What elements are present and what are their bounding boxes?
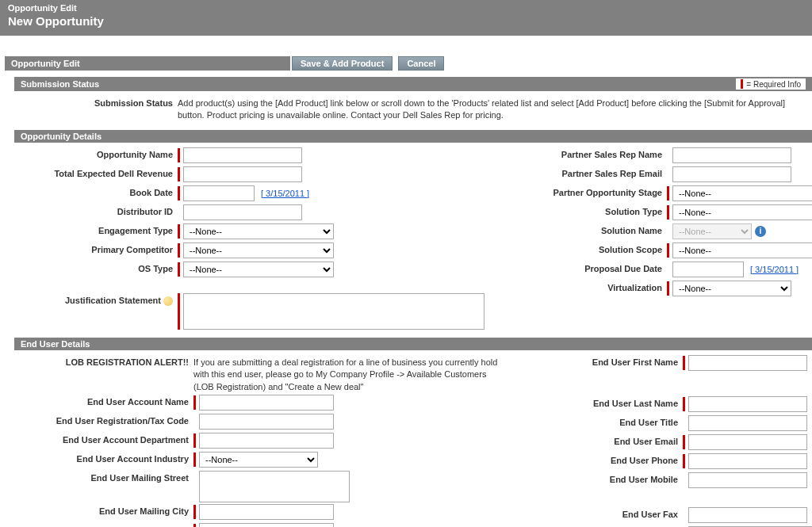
partner-rep-name-label: Partner Sales Rep Name bbox=[508, 147, 667, 159]
os-type-label: OS Type bbox=[19, 262, 178, 273]
solution-type-label: Solution Type bbox=[508, 204, 667, 216]
virtualization-label: Virtualization bbox=[508, 281, 667, 292]
mailing-street-label: End User Mailing Street bbox=[19, 471, 193, 483]
reg-tax-label: End User Registration/Tax Code bbox=[19, 414, 193, 426]
partner-rep-email-label: Partner Sales Rep Email bbox=[508, 166, 667, 178]
justification-textarea[interactable] bbox=[183, 293, 485, 330]
section-submission-title: Submission Status bbox=[21, 79, 99, 89]
enduser-left-col: LOB REGISTRATION ALERT!! If you are subm… bbox=[19, 353, 500, 527]
distributor-id-input[interactable] bbox=[183, 204, 302, 220]
email-label: End User Email bbox=[524, 434, 683, 446]
page-title: New Opportunity bbox=[8, 14, 804, 28]
page-header: Opportunity Edit New Opportunity bbox=[0, 0, 812, 36]
opportunity-name-input[interactable] bbox=[183, 147, 302, 163]
mailing-state-label: End User Mailing State/Province/Region bbox=[19, 523, 193, 527]
mailing-state-input[interactable] bbox=[199, 523, 334, 527]
solution-name-select: --None-- bbox=[672, 223, 752, 239]
partner-stage-label: Partner Opportunity Stage bbox=[508, 185, 667, 197]
proposal-due-hint[interactable]: [ 3/15/2011 ] bbox=[750, 265, 799, 274]
solution-scope-label: Solution Scope bbox=[508, 242, 667, 254]
first-name-label: End User First Name bbox=[524, 355, 683, 367]
submission-status-label: Submission Status bbox=[19, 96, 178, 108]
email-input[interactable] bbox=[688, 434, 807, 450]
last-name-input[interactable] bbox=[688, 396, 807, 412]
submission-body: Submission Status Add product(s) using t… bbox=[14, 91, 812, 127]
action-bar-title: Opportunity Edit bbox=[5, 56, 290, 71]
fax-input[interactable] bbox=[688, 507, 807, 523]
required-bar-icon bbox=[741, 79, 743, 89]
total-expected-label: Total Expected Dell Revenue bbox=[19, 166, 178, 178]
help-icon[interactable] bbox=[163, 296, 173, 306]
last-name-label: End User Last Name bbox=[524, 396, 683, 408]
lob-alert-label: LOB REGISTRATION ALERT!! bbox=[19, 355, 193, 367]
virtualization-select[interactable]: --None-- bbox=[672, 281, 791, 296]
engagement-type-select[interactable]: --None-- bbox=[183, 223, 334, 239]
cancel-button[interactable]: Cancel bbox=[398, 56, 444, 71]
solution-scope-select[interactable]: --None-- bbox=[672, 242, 812, 258]
section-enduser-title: End User Details bbox=[21, 339, 90, 349]
save-add-product-button[interactable]: Save & Add Product bbox=[292, 56, 393, 71]
account-name-label: End User Account Name bbox=[19, 395, 193, 407]
enduser-title-input[interactable] bbox=[688, 415, 807, 431]
primary-competitor-select[interactable]: --None-- bbox=[183, 242, 334, 258]
first-name-input[interactable] bbox=[688, 355, 807, 371]
phone-label: End User Phone bbox=[524, 453, 683, 465]
reg-tax-input[interactable] bbox=[199, 414, 334, 430]
enduser-title-label: End User Title bbox=[524, 415, 683, 427]
section-end-user-details: End User Details bbox=[14, 338, 812, 350]
opportunity-body: Opportunity Name Total Expected Dell Rev… bbox=[14, 143, 812, 334]
section-submission-status: Submission Status = Required Info bbox=[14, 77, 812, 91]
lob-alert-text: If you are submitting a deal registratio… bbox=[193, 355, 500, 393]
mailing-city-label: End User Mailing City bbox=[19, 504, 193, 516]
mailing-city-input[interactable] bbox=[199, 504, 334, 520]
book-date-label: Book Date bbox=[19, 185, 178, 197]
section-opportunity-details: Opportunity Details bbox=[14, 130, 812, 143]
account-name-input[interactable] bbox=[199, 395, 334, 411]
fax-label: End User Fax bbox=[524, 507, 683, 519]
account-dept-label: End User Account Department bbox=[19, 433, 193, 445]
opportunity-name-label: Opportunity Name bbox=[19, 147, 178, 159]
os-type-select[interactable]: --None-- bbox=[183, 262, 334, 277]
section-opportunity-title: Opportunity Details bbox=[21, 132, 102, 141]
required-legend: = Required Info bbox=[736, 78, 806, 90]
enduser-body: LOB REGISTRATION ALERT!! If you are subm… bbox=[14, 350, 812, 527]
info-icon[interactable]: i bbox=[755, 226, 766, 237]
opportunity-right-col: Partner Sales Rep Name Partner Sales Rep… bbox=[508, 146, 812, 331]
account-industry-label: End User Account Industry bbox=[19, 452, 193, 464]
mobile-label: End User Mobile bbox=[524, 472, 683, 484]
solution-name-label: Solution Name bbox=[508, 223, 667, 235]
page-subtitle: Opportunity Edit bbox=[8, 3, 804, 13]
total-expected-input[interactable] bbox=[183, 166, 302, 182]
book-date-hint[interactable]: [ 3/15/2011 ] bbox=[261, 189, 309, 198]
primary-competitor-label: Primary Competitor bbox=[19, 242, 178, 254]
required-legend-text: = Required Info bbox=[746, 80, 801, 89]
account-industry-select[interactable]: --None-- bbox=[199, 452, 318, 468]
account-dept-input[interactable] bbox=[199, 433, 334, 449]
proposal-due-label: Proposal Due Date bbox=[508, 262, 667, 273]
mailing-street-textarea[interactable] bbox=[199, 471, 350, 502]
opportunity-left-col: Opportunity Name Total Expected Dell Rev… bbox=[19, 146, 485, 331]
solution-type-select[interactable]: --None-- bbox=[672, 204, 812, 220]
enduser-right-col: End User First Name End User Last Name E… bbox=[524, 353, 812, 527]
action-bar: Opportunity Edit Save & Add Product Canc… bbox=[0, 53, 812, 74]
proposal-due-input[interactable] bbox=[672, 262, 744, 277]
distributor-id-label: Distributor ID bbox=[19, 204, 178, 216]
partner-stage-select[interactable]: --None-- bbox=[672, 185, 812, 201]
engagement-type-label: Engagement Type bbox=[19, 223, 178, 235]
justification-label: Justification Statement bbox=[19, 293, 178, 306]
mobile-input[interactable] bbox=[688, 472, 807, 488]
phone-input[interactable] bbox=[688, 453, 807, 469]
partner-rep-email-input[interactable] bbox=[672, 166, 791, 182]
partner-rep-name-input[interactable] bbox=[672, 147, 791, 163]
submission-status-text: Add product(s) using the [Add Product] l… bbox=[178, 96, 807, 122]
book-date-input[interactable] bbox=[183, 185, 255, 201]
